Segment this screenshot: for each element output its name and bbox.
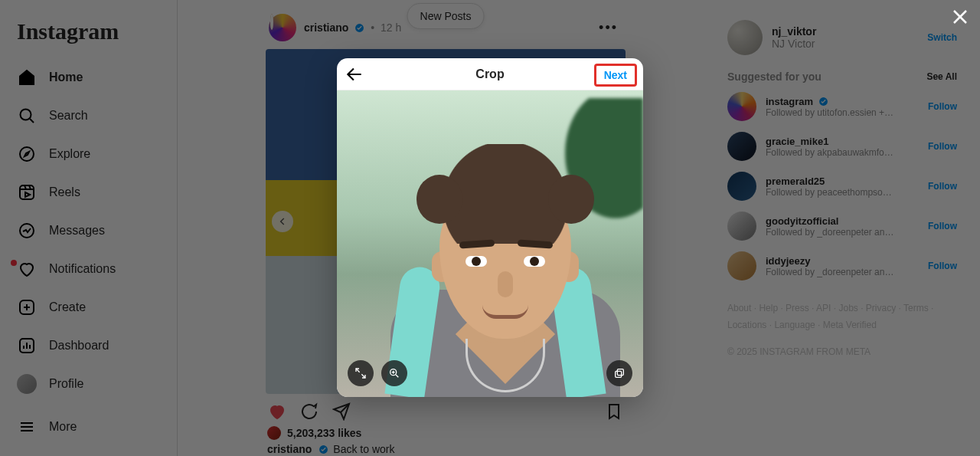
aspect-ratio-button[interactable] bbox=[348, 360, 374, 386]
upload-preview-image bbox=[337, 90, 643, 397]
close-button[interactable] bbox=[951, 8, 969, 29]
modal-back-button[interactable] bbox=[345, 64, 364, 87]
multi-select-button[interactable] bbox=[606, 360, 632, 386]
modal-header: Crop Next bbox=[337, 58, 643, 90]
svg-line-27 bbox=[361, 374, 365, 378]
create-post-modal: Crop Next bbox=[337, 58, 643, 397]
zoom-button[interactable] bbox=[381, 360, 407, 386]
modal-next-button[interactable]: Next bbox=[594, 64, 637, 87]
modal-title: Crop bbox=[475, 67, 504, 81]
svg-line-29 bbox=[396, 375, 398, 377]
svg-rect-33 bbox=[616, 371, 622, 377]
svg-rect-32 bbox=[617, 369, 623, 376]
crop-canvas[interactable] bbox=[337, 90, 643, 397]
svg-line-26 bbox=[356, 369, 360, 372]
